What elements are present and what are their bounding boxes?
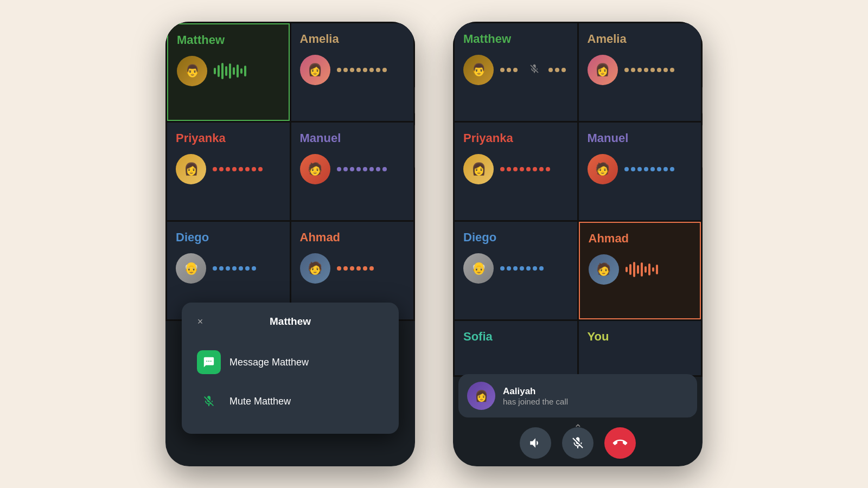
dots-priyanka [213, 167, 281, 171]
right-phone: Matthew 👨 [453, 22, 703, 466]
participant-name-matthew: Matthew [177, 33, 280, 47]
participant-cell-you[interactable]: You [579, 321, 701, 375]
message-label: Message Matthew [229, 357, 309, 368]
context-menu-title: Matthew [270, 316, 311, 328]
mute-icon-matthew [529, 63, 540, 77]
left-phone: Matthew 👨 [165, 22, 415, 466]
participant-cell-sofia[interactable]: Sofia [455, 321, 577, 375]
participant-row-matthew: 👨 [177, 56, 280, 86]
participant-row-matthew-right: 👨 [463, 55, 569, 85]
participant-name-ahmad-left: Ahmad [300, 230, 405, 245]
participant-name-priyanka-right: Priyanka [463, 131, 569, 145]
mute-label: Mute Matthew [229, 396, 291, 407]
participant-row-diego: 👴 [176, 253, 281, 284]
speaker-button[interactable] [520, 427, 551, 459]
participant-name-priyanka: Priyanka [176, 131, 281, 145]
notif-text: Aaliyah has joined the call [503, 386, 568, 406]
participant-row-diego-right: 👴 [463, 253, 569, 284]
participant-cell-manuel-right[interactable]: Manuel 🧑 [579, 123, 701, 220]
participant-name-matthew-right: Matthew [463, 32, 569, 46]
avatar-ahmad-left: 🧑 [300, 253, 330, 284]
avatar-manuel-right: 🧑 [588, 154, 618, 184]
avatar-manuel: 🧑 [300, 154, 330, 184]
participant-cell-amelia-right[interactable]: Amelia 👩 [579, 23, 701, 121]
avatar-matthew-right: 👨 [463, 55, 494, 85]
participant-name-manuel-right: Manuel [588, 131, 693, 145]
participant-cell-matthew[interactable]: Matthew 👨 [167, 23, 290, 121]
avatar-amelia: 👩 [300, 55, 330, 85]
participant-name-you: You [588, 330, 693, 344]
participant-row-priyanka-right: 👩 [463, 154, 569, 184]
notif-name: Aaliyah [503, 386, 568, 397]
avatar-priyanka-right: 👩 [463, 154, 494, 184]
participant-row-manuel-right: 🧑 [588, 154, 693, 184]
participant-name-diego: Diego [176, 230, 281, 245]
participant-name-amelia-right: Amelia [588, 32, 693, 46]
participant-name-ahmad-right: Ahmad [589, 232, 692, 246]
participant-cell-manuel[interactable]: Manuel 🧑 [291, 123, 414, 220]
end-call-button[interactable] [604, 427, 636, 459]
dots-priyanka-right [500, 167, 569, 171]
participant-row-ahmad-left: 🧑 [300, 253, 405, 284]
participant-cell-amelia[interactable]: Amelia 👩 [291, 23, 414, 121]
participants-grid-left: Matthew 👨 [165, 22, 415, 321]
aaliyah-avatar: 👩 [467, 382, 495, 410]
avatar-diego-right: 👴 [463, 253, 494, 284]
dots-right-2 [548, 68, 569, 72]
context-menu-header: × Matthew [193, 316, 388, 328]
message-icon [197, 350, 221, 374]
notif-status: has joined the call [503, 397, 568, 406]
avatar-priyanka: 👩 [176, 154, 206, 184]
side-button [414, 87, 415, 114]
participant-cell-matthew-right[interactable]: Matthew 👨 [455, 23, 577, 121]
chevron-up-icon[interactable]: ⌃ [573, 422, 583, 435]
participant-cell-priyanka-right[interactable]: Priyanka 👩 [455, 123, 577, 220]
join-notification: 👩 Aaliyah has joined the call [458, 374, 697, 418]
dots-manuel [337, 167, 405, 171]
avatar-amelia-right: 👩 [588, 55, 618, 85]
participant-cell-ahmad-right[interactable]: Ahmad 🧑 [579, 222, 701, 319]
side-button-right-vol [702, 125, 703, 168]
avatar-ahmad-right: 🧑 [589, 254, 619, 285]
side-button [414, 125, 415, 168]
context-menu: × Matthew Message Matthew [182, 303, 399, 434]
dots-right [500, 68, 520, 72]
dots-ahmad-left [337, 266, 405, 271]
participant-row-manuel: 🧑 [300, 154, 405, 184]
close-button[interactable]: × [193, 314, 208, 329]
participant-row-ahmad-right: 🧑 [589, 254, 692, 285]
participant-row-amelia: 👩 [300, 55, 405, 85]
mute-menu-item[interactable]: Mute Matthew [193, 382, 388, 421]
call-controls: ⌃ [453, 427, 703, 459]
audio-wave-ahmad [626, 262, 692, 277]
participant-name-sofia: Sofia [463, 330, 569, 344]
dots-diego-right [500, 266, 569, 271]
message-menu-item[interactable]: Message Matthew [193, 343, 388, 382]
dots-manuel-right [624, 167, 693, 171]
participant-name-amelia: Amelia [300, 32, 405, 46]
dots-amelia [337, 68, 405, 72]
participant-name-diego-right: Diego [463, 230, 569, 245]
dots-diego [213, 266, 281, 271]
audio-wave-matthew [214, 63, 280, 79]
participant-row-amelia-right: 👩 [588, 55, 693, 85]
mute-icon [197, 389, 221, 413]
side-button-right [702, 87, 703, 114]
avatar-matthew: 👨 [177, 56, 207, 86]
dots-amelia-right [624, 68, 693, 72]
participant-row-priyanka: 👩 [176, 154, 281, 184]
participants-grid-right: Matthew 👨 [453, 22, 703, 377]
participant-cell-diego-right[interactable]: Diego 👴 [455, 222, 577, 319]
avatar-diego: 👴 [176, 253, 206, 284]
participant-name-manuel: Manuel [300, 131, 405, 145]
participant-cell-priyanka[interactable]: Priyanka 👩 [167, 123, 290, 220]
